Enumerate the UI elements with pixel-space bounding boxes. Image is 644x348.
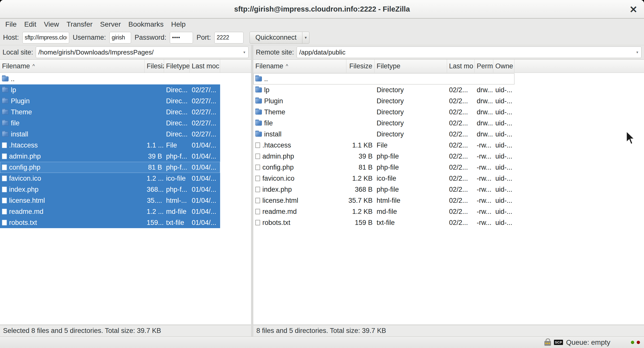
file-name-cell: admin.php [0,153,145,160]
file-row[interactable]: ThemeDirectory02/2...drw...uid-... [253,107,514,118]
file-row[interactable]: .. [0,73,220,84]
file-modified-cell: 01/04/... [190,197,220,205]
remote-col-filename[interactable]: Filename^ [253,60,346,73]
file-owner-cell: uid-... [493,175,514,182]
local-site-dropdown-icon[interactable]: ▾ [242,50,247,55]
file-row[interactable]: config.php81 Bphp-file02/2...-rw...uid-.… [253,162,514,173]
file-icon [2,198,7,203]
quickconnect-button[interactable]: Quickconnect [250,32,302,44]
file-row[interactable]: robots.txt159...txt-file01/04/... [0,217,220,228]
local-col-filetype[interactable]: Filetype [164,60,190,73]
file-name: license.html [262,197,298,205]
file-name: favicon.ico [9,175,41,182]
file-perms-cell: -rw... [475,175,493,182]
folder-icon [255,98,262,104]
local-col-filename[interactable]: Filename^ [0,60,145,73]
file-name: file [11,119,20,127]
file-row[interactable]: installDirectory02/2...drw...uid-... [253,129,514,140]
file-row[interactable]: robots.txt159 Btxt-file02/2...-rw...uid-… [253,217,514,228]
file-size-cell: 81 B [145,164,164,171]
file-row[interactable]: readme.md1.2 KBmd-file02/2...-rw...uid-.… [253,206,514,217]
file-icon [2,187,7,192]
remote-site-combo[interactable]: /app/data/public ▾ [297,46,641,58]
file-size-cell: 1.2 ... [145,208,164,216]
file-owner-cell: uid-... [493,164,514,171]
menu-view[interactable]: View [41,19,62,29]
file-icon [255,187,260,192]
file-filetype-cell: php-file [375,186,447,193]
file-row[interactable]: ThemeDirec...02/27/... [0,107,220,118]
remote-site-dropdown-icon[interactable]: ▾ [635,50,640,55]
username-input[interactable] [109,32,131,43]
local-col-lastmod[interactable]: Last moc [190,60,220,73]
activity-leds [631,341,640,344]
close-icon[interactable]: ✕ [627,3,640,16]
file-filetype-cell: php-file [375,153,447,160]
file-row[interactable]: index.php368...php-f...01/04/... [0,184,220,195]
menu-server[interactable]: Server [97,19,124,29]
file-modified-cell: 01/04/... [190,186,220,193]
file-row[interactable]: favicon.ico1.2 KBico-file02/2...-rw...ui… [253,173,514,184]
file-row[interactable]: .htaccess1.1 ...File01/04/... [0,140,220,151]
file-name-cell: robots.txt [253,219,346,227]
menu-edit[interactable]: Edit [21,19,39,29]
remote-site-path: /app/data/public [299,48,635,56]
menu-help[interactable]: Help [168,19,189,29]
file-row[interactable]: fileDirectory02/2...drw...uid-... [253,118,514,129]
file-row[interactable]: installDirec...02/27/... [0,129,220,140]
file-row[interactable]: license.html35....html-...01/04/... [0,195,220,206]
file-name: Theme [11,108,32,116]
file-name: Theme [264,108,285,116]
menu-file[interactable]: File [2,19,20,29]
pane-splitter[interactable] [251,45,253,336]
remote-col-lastmod[interactable]: Last mo [447,60,475,73]
file-row[interactable]: lpDirectory02/2...drw...uid-... [253,84,514,95]
file-row[interactable]: admin.php39 Bphp-file02/2...-rw...uid-..… [253,151,514,162]
local-pane: Local site: /home/girish/Downloads/Impre… [0,45,251,336]
file-row[interactable]: license.html35.7 KBhtml-file02/2...-rw..… [253,195,514,206]
menu-bookmarks[interactable]: Bookmarks [125,19,167,29]
port-input[interactable] [214,32,244,43]
menu-transfer[interactable]: Transfer [63,19,96,29]
file-icon [2,142,7,148]
folder-icon [255,132,262,137]
file-row[interactable]: readme.md1.2 ...md-file01/04/... [0,206,220,217]
folder-icon [2,110,9,115]
protocol-badge: SCP [554,340,563,345]
file-modified-cell: 02/27/... [190,119,220,127]
file-row[interactable]: fileDirec...02/27/... [0,118,220,129]
file-modified-cell: 01/04/... [190,208,220,216]
file-row[interactable]: .htaccess1.1 KBFile02/2...-rw...uid-... [253,140,514,151]
file-row[interactable]: config.php81 Bphp-f...01/04/... [0,162,220,173]
remote-file-area: Filename^ Filesize Filetype Last mo Perm… [253,59,644,325]
file-row[interactable]: favicon.ico1.2 ...ico-file01/04/... [0,173,220,184]
folder-icon [2,87,9,92]
file-name-cell: config.php [0,164,145,171]
file-perms-cell: -rw... [475,208,493,216]
file-row[interactable]: index.php368 Bphp-file02/2...-rw...uid-.… [253,184,514,195]
file-row[interactable]: PluginDirec...02/27/... [0,95,220,107]
file-owner-cell: uid-... [493,119,514,127]
file-owner-cell: uid-... [493,208,514,216]
file-size-cell: 1.1 KB [346,141,375,149]
file-row[interactable]: admin.php39 Bphp-f...01/04/... [0,151,220,162]
remote-col-filetype[interactable]: Filetype [375,60,447,73]
local-col-filesize[interactable]: Filesiz [145,60,164,73]
queue-status-text: Queue: empty [566,338,610,346]
file-filetype-cell: Direc... [164,130,190,138]
host-input[interactable] [22,32,69,43]
file-filetype-cell: md-file [164,208,190,216]
file-perms-cell: -rw... [475,153,493,160]
remote-col-permissions[interactable]: Permi [475,60,493,73]
activity-led-red-icon [637,341,640,344]
titlebar[interactable]: sftp://girish@impress.cloudron.info:2222… [0,0,644,19]
file-name: .. [264,75,268,83]
file-row[interactable]: PluginDirectory02/2...drw...uid-... [253,95,514,107]
local-site-combo[interactable]: /home/girish/Downloads/ImpressPages/ ▾ [36,46,249,58]
file-row[interactable]: lpDirec...02/27/... [0,84,220,95]
remote-col-owner[interactable]: Owne [493,60,514,73]
remote-col-filesize[interactable]: Filesize [346,60,375,73]
password-input[interactable] [170,32,193,43]
quickconnect-dropdown-icon[interactable]: ▾ [302,32,309,44]
file-row[interactable]: .. [253,73,514,84]
